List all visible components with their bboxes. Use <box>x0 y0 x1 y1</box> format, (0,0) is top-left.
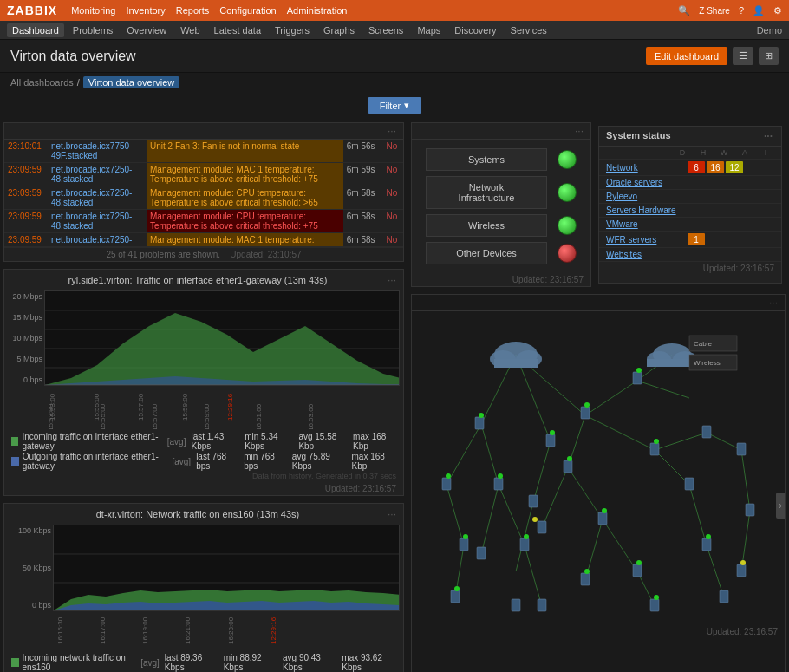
svg-point-82 <box>584 402 590 408</box>
tab-screens[interactable]: Screens <box>363 23 408 37</box>
nav-configuration[interactable]: Configuration <box>219 5 276 16</box>
sys-wfr-label[interactable]: WFR servers <box>606 235 684 245</box>
svg-rect-78 <box>512 599 520 611</box>
problems-table: 23:10:01 net.brocade.icx7750-49F.stacked… <box>4 140 403 247</box>
svg-rect-80 <box>650 599 659 611</box>
nav-administration[interactable]: Administration <box>287 5 348 16</box>
legend-max: max 168 Kbp <box>352 452 396 471</box>
sys-bar-wfr[interactable]: 1 <box>688 233 705 245</box>
share-icon[interactable]: Z Share <box>699 6 730 16</box>
hostgroup-systems: Systems <box>426 147 577 173</box>
host-cell[interactable]: net.brocade.icx7750-49F.stacked <box>48 140 147 163</box>
sys-websites-label[interactable]: Websites <box>606 250 684 259</box>
chart1-menu[interactable]: ··· <box>386 274 398 286</box>
tab-services[interactable]: Services <box>505 23 552 37</box>
chart2-menu[interactable]: ··· <box>386 508 398 520</box>
y-label: 50 Kbps <box>10 564 51 572</box>
col-header-a: A <box>736 148 753 157</box>
tab-latest-data[interactable]: Latest data <box>209 23 266 37</box>
tab-overview[interactable]: Overview <box>121 23 172 37</box>
system-status-updated: Updated: 23:16:57 <box>599 262 781 275</box>
breadcrumb-all-dashboards[interactable]: All dashboards <box>10 77 74 88</box>
sys-row-ryleevo: Ryleevo <box>599 190 781 204</box>
svg-rect-61 <box>737 443 746 455</box>
legend-inc2-label: Incoming network traffic on ens160 <box>23 653 138 672</box>
second-nav: Dashboard Problems Overview Web Latest d… <box>0 21 789 40</box>
search-icon[interactable]: 🔍 <box>678 5 690 16</box>
sys-vmware-label[interactable]: VMware <box>606 219 684 229</box>
msg-cell: Unit 2 Fan 3: Fan is not in normal state <box>147 140 343 163</box>
hostgroup-systems-label[interactable]: Systems <box>426 148 547 171</box>
header-buttons: Edit dashboard ☰ ⊞ <box>646 47 779 65</box>
hostgroup-systems-status <box>558 150 577 169</box>
tab-maps[interactable]: Maps <box>412 23 446 37</box>
sys-ryleevo-label[interactable]: Ryleevo <box>606 192 684 201</box>
problems-menu[interactable]: ··· <box>386 125 398 137</box>
hostgroup-other-devices: Other Devices <box>426 240 577 266</box>
svg-point-88 <box>498 473 503 479</box>
hostgroup-wireless-status <box>558 216 577 235</box>
nav-inventory[interactable]: Inventory <box>126 5 165 16</box>
svg-rect-56 <box>633 372 642 384</box>
hostgroup-other-devices-label[interactable]: Other Devices <box>426 242 547 264</box>
user-icon[interactable]: 👤 <box>753 5 765 16</box>
hostgroup-network-infra-label[interactable]: Network Infrastructure <box>426 176 547 209</box>
sys-servers-hw-label[interactable]: Servers Hardware <box>606 206 684 215</box>
help-icon[interactable]: ? <box>739 5 744 16</box>
tab-discovery[interactable]: Discovery <box>449 23 501 37</box>
map-side-arrow[interactable]: › <box>776 493 785 519</box>
svg-line-31 <box>542 467 568 528</box>
app-logo: ZABBIX <box>7 3 57 17</box>
svg-point-90 <box>602 508 607 513</box>
svg-rect-59 <box>650 443 659 455</box>
tab-problems[interactable]: Problems <box>68 23 118 37</box>
svg-rect-63 <box>494 478 503 490</box>
y-label: 0 bps <box>10 601 51 610</box>
list-view-button[interactable]: ☰ <box>733 47 753 65</box>
legend-last: last 1.43 Kbps <box>191 432 238 451</box>
tab-graphs[interactable]: Graphs <box>318 23 360 37</box>
sys-row-websites: Websites <box>599 248 781 262</box>
filter-button[interactable]: Filter ▾ <box>368 97 421 114</box>
legend-outgoing-label: Outgoing traffic on interface ether1-gat… <box>23 452 169 471</box>
left-column: ··· 23:10:01 net.brocade.icx7750-49F.sta… <box>0 119 408 672</box>
hostgroup-wireless-label[interactable]: Wireless <box>426 214 547 237</box>
nav-reports[interactable]: Reports <box>176 5 210 16</box>
svg-rect-57 <box>475 417 484 429</box>
chart1-title: ryl.side1.virton: Traffic on interface e… <box>10 271 386 289</box>
problems-footer: 25 of 41 problems are shown. Updated: 23… <box>4 247 403 261</box>
problems-panel: ··· 23:10:01 net.brocade.icx7750-49F.sta… <box>3 122 404 262</box>
sys-bar-d[interactable]: 6 <box>688 161 705 173</box>
hostgroups-menu[interactable]: ··· <box>573 125 585 137</box>
legend-last: last 89.36 Kbps <box>165 653 217 672</box>
sys-row-vmware: VMware <box>599 218 781 232</box>
nav-monitoring[interactable]: Monitoring <box>71 5 115 16</box>
chart1-updated: Updated: 23:16:57 <box>4 482 403 495</box>
sys-bar-w[interactable]: 12 <box>726 161 743 173</box>
sys-network-bars: 6 16 12 <box>688 161 774 173</box>
map-menu[interactable]: ··· <box>767 297 779 309</box>
system-status-menu[interactable]: ··· <box>762 130 774 142</box>
tab-triggers[interactable]: Triggers <box>270 23 315 37</box>
edit-dashboard-button[interactable]: Edit dashboard <box>646 47 727 65</box>
svg-line-27 <box>637 381 689 398</box>
sys-network-label[interactable]: Network <box>606 163 684 173</box>
legend-min: min 768 bps <box>244 452 285 471</box>
svg-line-35 <box>499 485 525 545</box>
breadcrumb-current[interactable]: Virton data overview <box>83 76 179 88</box>
chart2-svg <box>53 525 400 611</box>
legend-last: last 768 bps <box>196 452 237 471</box>
grid-view-button[interactable]: ⊞ <box>759 47 779 65</box>
settings-icon[interactable]: ⚙ <box>773 5 782 16</box>
tab-dashboard[interactable]: Dashboard <box>7 23 64 37</box>
svg-rect-76 <box>737 564 746 577</box>
sys-oracle-label[interactable]: Oracle servers <box>606 178 684 187</box>
hostgroup-wireless: Wireless <box>426 212 577 238</box>
ack-cell: No <box>383 140 403 163</box>
tab-web[interactable]: Web <box>175 23 205 37</box>
sys-bar-h[interactable]: 16 <box>707 161 724 173</box>
svg-point-89 <box>567 456 572 461</box>
sys-row-wfr: WFR servers 1 <box>599 232 781 248</box>
svg-point-87 <box>446 473 451 479</box>
svg-point-91 <box>463 534 468 539</box>
